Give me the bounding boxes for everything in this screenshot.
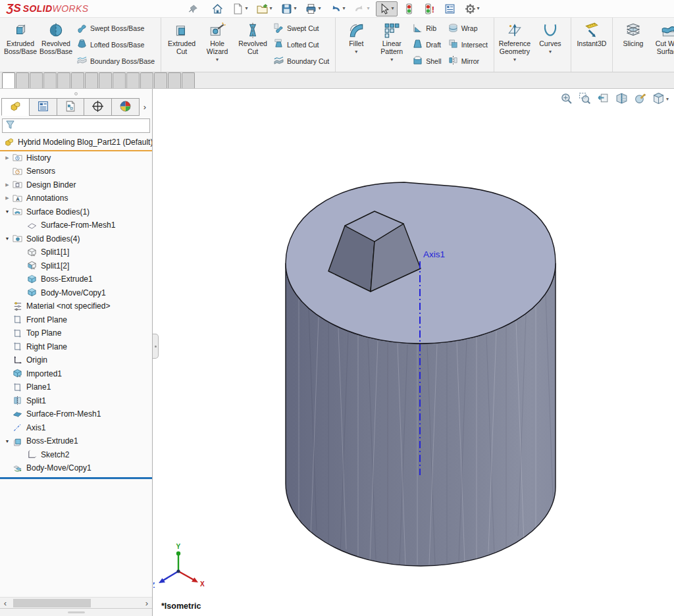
expander-icon[interactable] — [3, 155, 12, 161]
tree-filter-input[interactable] — [18, 119, 149, 132]
ribbon-button[interactable]: Linear Pattern▾ — [374, 18, 409, 71]
section-view-button[interactable]: ▾ — [615, 92, 628, 107]
panel-splitter[interactable] — [0, 608, 152, 616]
options-button[interactable]: ▾ — [461, 1, 483, 16]
command-tab[interactable] — [140, 72, 153, 88]
zoom-to-area-button[interactable]: ▾ — [579, 92, 591, 107]
command-tab[interactable] — [30, 72, 43, 88]
ribbon-button[interactable]: Curves▾ — [532, 18, 568, 71]
tree-item[interactable]: Front Plane — [0, 313, 152, 327]
tree-item[interactable]: Sketch2 — [0, 448, 152, 462]
command-tab[interactable] — [99, 72, 112, 88]
featuremanager-tab[interactable] — [1, 98, 30, 116]
ribbon-button[interactable]: Revolved Cut▾ — [235, 18, 271, 71]
command-tab[interactable] — [16, 72, 29, 88]
ribbon-button[interactable]: Extruded Cut▾ — [164, 18, 199, 71]
dropdown-caret-icon[interactable]: ▾ — [342, 6, 345, 11]
appearance-button[interactable]: ▾ — [634, 92, 646, 107]
displaymanager-tab[interactable] — [111, 98, 140, 116]
rebuild-button[interactable]: ▾ — [400, 1, 418, 16]
tree-item[interactable]: Surface-From-Mesh1 — [0, 218, 152, 232]
ribbon-button[interactable]: Instant3D▾ — [574, 18, 609, 71]
ribbon-button[interactable]: Slicing▾ — [615, 18, 651, 71]
save-button[interactable]: ▾ — [278, 1, 299, 16]
expand-panel-chevron-icon[interactable]: › — [139, 102, 151, 112]
new-document-button[interactable]: ▾ — [229, 1, 251, 16]
previous-view-button[interactable]: ▾ — [597, 92, 609, 107]
ribbon-button[interactable]: Rib — [411, 23, 442, 34]
scroll-left-icon[interactable]: ‹ — [0, 598, 11, 608]
ribbon-button[interactable]: Intersect — [447, 39, 489, 50]
expander-icon[interactable] — [3, 195, 12, 201]
command-tab[interactable] — [57, 72, 70, 88]
ribbon-button[interactable]: Swept Boss/Base — [76, 23, 156, 34]
tree-item[interactable]: History — [0, 151, 152, 165]
panel-collapse-flap[interactable] — [153, 334, 159, 359]
graphics-area[interactable]: ▾▾▾▾▾▾ Axis1 — [153, 89, 674, 616]
ribbon-button[interactable]: Shell — [411, 55, 442, 66]
ribbon-button[interactable]: Swept Cut — [272, 23, 330, 34]
panel-horizontal-scrollbar[interactable]: ‹ › — [0, 597, 152, 608]
command-tab[interactable] — [2, 72, 15, 88]
dimxpertmanager-tab[interactable] — [84, 98, 112, 116]
command-tab[interactable] — [168, 72, 181, 88]
print-button[interactable]: ▾ — [302, 1, 324, 16]
configurationmanager-tab[interactable] — [57, 98, 85, 116]
dropdown-caret-icon[interactable]: ▾ — [294, 6, 296, 11]
dropdown-caret-icon[interactable]: ▾ — [355, 49, 357, 55]
scroll-right-icon[interactable]: › — [142, 598, 152, 608]
command-tab[interactable] — [85, 72, 98, 88]
tree-item[interactable]: Surface Bodies(1) — [0, 205, 152, 219]
tree-root-item[interactable]: Hybrid Modeling Blog_Part21 (Default) < — [0, 136, 152, 149]
dropdown-caret-icon[interactable]: ▾ — [477, 6, 480, 11]
tree-item[interactable]: Axis1 — [0, 421, 152, 435]
tree-item[interactable]: AAnnotations — [0, 192, 152, 205]
tree-item[interactable]: Design Binder — [0, 178, 152, 192]
expander-icon[interactable] — [3, 236, 12, 241]
zoom-to-fit-button[interactable]: ▾ — [560, 92, 573, 107]
tree-item[interactable]: Sensors — [0, 165, 152, 178]
ribbon-button[interactable]: Draft — [411, 39, 442, 50]
select-button[interactable]: ▾ — [376, 1, 398, 16]
command-tab[interactable] — [126, 72, 140, 88]
dropdown-caret-icon[interactable]: ▾ — [245, 6, 247, 11]
tree-item[interactable]: Solid Bodies(4) — [0, 232, 152, 246]
command-tab[interactable] — [71, 72, 84, 88]
dropdown-caret-icon[interactable]: ▾ — [318, 6, 321, 11]
command-tab[interactable] — [182, 72, 195, 88]
dropdown-caret-icon[interactable]: ▾ — [392, 6, 394, 11]
view-orientation-button[interactable]: ▾ — [652, 92, 669, 107]
axis-label[interactable]: Axis1 — [423, 249, 445, 259]
dropdown-caret-icon[interactable]: ▾ — [666, 97, 669, 102]
expander-icon[interactable] — [3, 439, 12, 444]
tree-item[interactable]: Top Plane — [0, 326, 152, 340]
ribbon-button[interactable]: Reference Geometry▾ — [497, 18, 532, 71]
rollback-bar[interactable] — [0, 477, 152, 479]
menu-item[interactable] — [115, 5, 129, 12]
command-tab[interactable] — [154, 72, 167, 88]
home-button[interactable]: ▾ — [209, 1, 226, 16]
force-rebuild-button[interactable]: !▾ — [421, 1, 438, 16]
ribbon-button[interactable]: Cut With Surface▾ — [651, 18, 674, 71]
tree-item[interactable]: Boss-Extrude1 — [0, 272, 152, 286]
dropdown-caret-icon[interactable]: ▾ — [367, 6, 369, 11]
ribbon-button[interactable]: Hole Wizard▾ — [199, 18, 235, 71]
menu-item[interactable] — [100, 5, 115, 12]
menu-item[interactable] — [172, 5, 187, 12]
dropdown-caret-icon[interactable]: ▾ — [269, 6, 272, 11]
ribbon-button[interactable]: Mirror — [447, 55, 489, 66]
redo-button[interactable]: ▾ — [351, 1, 373, 16]
pin-icon[interactable] — [188, 4, 198, 14]
tree-item[interactable]: Surface-From-Mesh1 — [0, 407, 152, 421]
tree-item[interactable]: Plane1 — [0, 380, 152, 394]
propertymanager-tab[interactable] — [29, 98, 57, 116]
ribbon-button[interactable]: Fillet▾ — [338, 18, 374, 71]
scrollbar-thumb[interactable] — [13, 599, 91, 607]
menu-item[interactable] — [143, 5, 158, 12]
expander-icon[interactable] — [3, 209, 12, 214]
tree-item[interactable]: Boss-Extrude1 — [0, 434, 152, 448]
task-pane-button[interactable]: ▾ — [441, 1, 459, 16]
panel-grip[interactable] — [0, 89, 152, 98]
menu-item[interactable] — [129, 5, 143, 12]
ribbon-button[interactable]: Boundary Boss/Base — [76, 55, 156, 66]
